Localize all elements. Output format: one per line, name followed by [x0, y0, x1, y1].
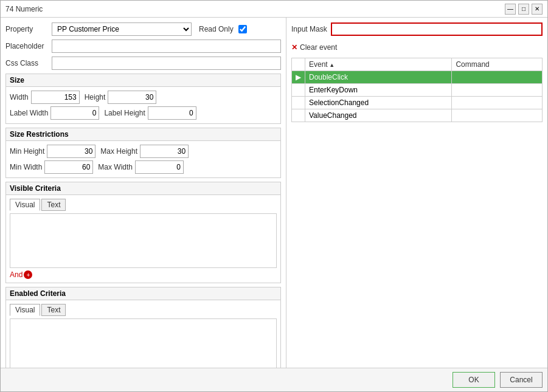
visible-add-icon[interactable]: +	[24, 270, 32, 279]
visible-visual-tab[interactable]: Visual	[10, 199, 40, 211]
row-arrow	[292, 109, 305, 122]
visible-criteria-title: Visible Criteria	[6, 182, 280, 195]
css-class-label: Css Class	[5, 59, 48, 67]
right-panel: Input Mask ✕ Clear event Event Command	[286, 18, 547, 368]
input-mask-label: Input Mask	[291, 25, 327, 33]
title-bar: 74 Numeric — □ ✕	[1, 1, 547, 18]
events-table: Event Command ▶ DoubleClick EnterKeyDown…	[291, 58, 543, 122]
command-cell[interactable]	[452, 109, 543, 122]
enabled-criteria-content	[10, 318, 277, 368]
property-select[interactable]: PP Customer Price	[52, 22, 192, 36]
size-restrictions-body: Min Height Max Height Min Width	[6, 141, 280, 177]
event-cell: SelectionChanged	[305, 97, 452, 109]
table-row[interactable]: ▶ DoubleClick	[292, 71, 543, 84]
command-cell[interactable]	[452, 71, 543, 84]
max-width-input[interactable]	[135, 160, 184, 174]
size-section: Size Width Height Lab	[5, 74, 281, 124]
size-restrictions-section: Size Restrictions Min Height Max Height	[5, 128, 281, 178]
size-body: Width Height Label Width	[6, 87, 280, 123]
height-label: Height	[85, 93, 106, 101]
height-input[interactable]	[108, 91, 156, 104]
size-restrictions-title: Size Restrictions	[6, 128, 280, 141]
visible-criteria-content	[10, 213, 277, 268]
max-height-label: Max Height	[100, 147, 137, 156]
size-row1: Width Height	[10, 91, 277, 104]
label-width-group: Label Width	[10, 106, 99, 120]
table-row[interactable]: ValueChanged	[292, 109, 543, 122]
label-height-input[interactable]	[148, 106, 196, 120]
css-class-input[interactable]	[52, 57, 281, 70]
row-arrow	[292, 84, 305, 97]
row-arrow: ▶	[292, 71, 305, 84]
clear-event-label: Clear event	[300, 43, 337, 52]
readonly-checkbox[interactable]	[238, 25, 247, 33]
label-width-input[interactable]	[50, 106, 99, 120]
enabled-criteria-title: Enabled Criteria	[6, 287, 280, 300]
title-buttons: — □ ✕	[505, 4, 543, 15]
input-mask-input[interactable]	[331, 22, 543, 36]
size-title: Size	[6, 74, 280, 87]
min-height-group: Min Height	[10, 145, 95, 158]
event-cell: ValueChanged	[305, 109, 452, 122]
table-row[interactable]: EnterKeyDown	[292, 84, 543, 97]
placeholder-row: Placeholder	[5, 40, 281, 53]
input-mask-row: Input Mask	[291, 22, 543, 36]
main-content: Property PP Customer Price Read Only Pla…	[1, 18, 547, 368]
enabled-criteria-section: Enabled Criteria Visual Text And +	[5, 287, 281, 368]
enabled-text-tab[interactable]: Text	[41, 304, 66, 316]
max-width-label: Max Width	[98, 163, 133, 171]
left-panel: Property PP Customer Price Read Only Pla…	[1, 18, 286, 368]
restrictions-row1: Min Height Max Height	[10, 145, 277, 158]
enabled-tabs: Visual Text	[10, 304, 277, 316]
event-header[interactable]: Event	[305, 58, 452, 71]
placeholder-label: Placeholder	[5, 42, 48, 50]
event-cell: EnterKeyDown	[305, 84, 452, 97]
min-height-input[interactable]	[47, 145, 95, 158]
visible-text-tab[interactable]: Text	[41, 199, 66, 211]
enabled-visual-tab[interactable]: Visual	[10, 304, 40, 316]
size-row2: Label Width Label Height	[10, 106, 277, 120]
command-cell[interactable]	[452, 84, 543, 97]
visible-and-label: And	[10, 270, 23, 279]
min-width-group: Min Width	[10, 160, 93, 174]
row-arrow	[292, 97, 305, 109]
close-button[interactable]: ✕	[532, 4, 543, 15]
command-header: Command	[452, 58, 543, 71]
visible-tabs: Visual Text	[10, 199, 277, 211]
ok-button[interactable]: OK	[453, 372, 495, 388]
minimize-button[interactable]: —	[505, 4, 516, 15]
restrictions-row2: Min Width Max Width	[10, 160, 277, 174]
event-cell: DoubleClick	[305, 71, 452, 84]
min-height-label: Min Height	[10, 147, 44, 156]
readonly-label: Read Only	[199, 25, 234, 33]
max-height-group: Max Height	[100, 145, 189, 158]
css-class-row: Css Class	[5, 57, 281, 70]
maximize-button[interactable]: □	[518, 4, 529, 15]
command-cell[interactable]	[452, 97, 543, 109]
max-height-input[interactable]	[140, 145, 189, 158]
min-width-input[interactable]	[44, 160, 93, 174]
label-height-label: Label Height	[104, 109, 145, 117]
max-width-group: Max Width	[98, 160, 184, 174]
dialog: 74 Numeric — □ ✕ Property PP Customer Pr…	[0, 0, 548, 392]
width-label: Width	[10, 93, 29, 101]
table-row[interactable]: SelectionChanged	[292, 97, 543, 109]
visible-criteria-section: Visible Criteria Visual Text And +	[5, 182, 281, 283]
visible-criteria-body: Visual Text And +	[6, 195, 280, 283]
arrow-header	[292, 58, 305, 71]
width-input[interactable]	[31, 91, 80, 104]
clear-event-row[interactable]: ✕ Clear event	[291, 43, 543, 52]
dialog-title: 74 Numeric	[5, 5, 43, 13]
cancel-button[interactable]: Cancel	[500, 372, 543, 388]
min-width-label: Min Width	[10, 163, 42, 171]
clear-event-icon: ✕	[291, 43, 297, 52]
width-group: Width	[10, 91, 80, 104]
height-group: Height	[85, 91, 157, 104]
enabled-criteria-body: Visual Text And +	[6, 300, 280, 368]
label-width-label: Label Width	[10, 109, 48, 117]
property-row: Property PP Customer Price Read Only	[5, 22, 281, 36]
label-height-group: Label Height	[104, 106, 196, 120]
placeholder-input[interactable]	[52, 40, 281, 53]
visible-and-button[interactable]: And +	[10, 270, 277, 279]
footer: OK Cancel	[1, 368, 547, 391]
